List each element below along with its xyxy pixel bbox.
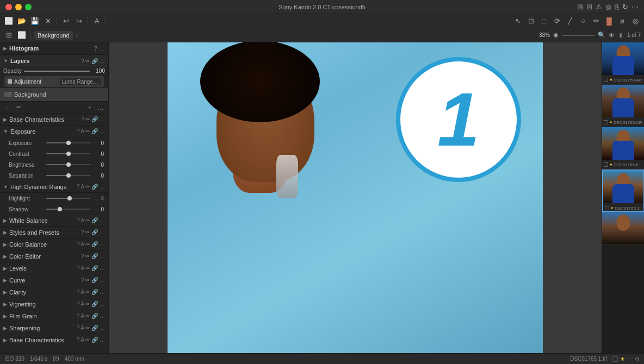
layers-bottom-bar: − ✏ + … xyxy=(0,101,108,113)
rotate-tool[interactable]: ⟳ xyxy=(552,16,562,27)
refresh-icon[interactable]: ↻ xyxy=(622,3,628,11)
saturation-slider[interactable] xyxy=(46,175,91,176)
filmstrip-name-1: DSC01765.AR xyxy=(614,120,643,125)
adjustment-item[interactable]: Adjustment Luma Range… xyxy=(4,76,104,87)
white-balance-row[interactable]: ▶ White Balance ? A ✏ 🔗 … xyxy=(0,215,108,227)
filmstrip-checkbox-2[interactable] xyxy=(604,162,608,167)
layer-more-icon[interactable]: … xyxy=(96,103,105,112)
brightness-slider[interactable] xyxy=(46,164,91,165)
status-star[interactable]: ★ xyxy=(620,356,625,362)
warning-icon[interactable]: ⚠ xyxy=(596,3,602,11)
filmstrip-checkbox-3[interactable] xyxy=(605,206,609,210)
lvl-chevron: ▶ xyxy=(3,266,7,271)
canvas-image[interactable]: 1 xyxy=(168,42,543,353)
curve-row[interactable]: ▶ Curve ? ✏ 🔗 … xyxy=(0,274,108,286)
view-grid-icon[interactable]: ⊞ xyxy=(3,30,14,41)
film-grain-row[interactable]: ▶ Film Grain ? A ✏ 🔗 … xyxy=(0,310,108,322)
shape-tool[interactable]: ○ xyxy=(578,16,589,27)
table-icon[interactable]: ⊟ xyxy=(586,3,592,11)
view-single-icon[interactable]: ⬜ xyxy=(16,30,27,41)
filmstrip-item-2[interactable]: ★ DSC01765.ti xyxy=(602,127,644,170)
base-characteristics-row[interactable]: ▶ Base Characteristics ? ✏ 🔗 … xyxy=(0,114,108,125)
layer-minus-icon[interactable]: − xyxy=(3,103,12,112)
filmstrip-item-3[interactable]: ★ DSC01765 1. xyxy=(602,170,644,212)
color-editor-row[interactable]: ▶ Color Editor ? ✏ 🔗 … xyxy=(0,250,108,262)
filmstrip-item-1[interactable]: ★ DSC01765.AR xyxy=(602,85,644,127)
exposure-thumb xyxy=(66,141,71,145)
shadow-thumb xyxy=(58,207,62,211)
view-icon[interactable]: 👁 xyxy=(609,32,615,39)
layers-header[interactable]: ▼ Layers ? ✏ 🔗 … xyxy=(0,55,108,67)
fg-title: Film Grain xyxy=(9,313,75,319)
crop-tool[interactable]: ⊡ xyxy=(525,16,536,27)
background-tab[interactable]: Background xyxy=(34,31,73,40)
exposure-header[interactable]: ▼ Exposure ? A ✏ 🔗 … xyxy=(0,125,108,137)
grid-icon[interactable]: ⊞ xyxy=(577,3,583,11)
filmstrip-item-0[interactable]: ★ DSC01758.AR xyxy=(602,42,644,85)
exposure-slider[interactable] xyxy=(46,142,91,143)
filmstrip-name-0: DSC01758.AR xyxy=(614,78,643,83)
zoom-fit-icon[interactable]: ◉ xyxy=(553,32,559,39)
layer-background[interactable]: Background xyxy=(0,88,108,101)
shadow-slider[interactable] xyxy=(46,209,91,210)
status-checkbox[interactable] xyxy=(612,356,618,362)
filmstrip-item-4[interactable] xyxy=(602,212,644,244)
clarity-row[interactable]: ▶ Clarity ? A ✏ 🔗 … xyxy=(0,286,108,298)
minimize-button[interactable] xyxy=(15,4,22,10)
vignetting-row[interactable]: ▶ Vignetting ? A ✏ 🔗 … xyxy=(0,298,108,310)
filmstrip-checkbox-0[interactable] xyxy=(604,78,608,82)
new-icon[interactable]: ⬜ xyxy=(3,16,14,27)
open-icon[interactable]: 📂 xyxy=(16,16,27,27)
close-button[interactable] xyxy=(5,4,12,10)
layer-add-icon[interactable]: + xyxy=(85,103,94,112)
select-tool[interactable]: ↖ xyxy=(512,16,523,27)
add-tab-icon[interactable]: + xyxy=(75,31,79,39)
paint-tool[interactable]: ✏ xyxy=(591,16,602,27)
undo-icon[interactable]: ↩ xyxy=(60,16,71,27)
shoulder-highlight xyxy=(168,197,304,306)
more-icon[interactable]: ⋯ xyxy=(631,3,639,11)
filmstrip-stars-3: ★ xyxy=(610,206,614,210)
opacity-slider[interactable] xyxy=(24,71,90,72)
bc2-title: Base Characteristics xyxy=(9,337,75,343)
text-icon[interactable]: A xyxy=(91,16,102,27)
status-shutter: 1/640 s xyxy=(30,356,48,362)
status-dots[interactable]: ⋯ xyxy=(627,356,633,362)
layer-edit-icon[interactable]: ✏ xyxy=(14,103,23,112)
lasso-tool[interactable]: ◌ xyxy=(538,16,549,27)
sharpening-row[interactable]: ▶ Sharpening ? A ✏ 🔗 … xyxy=(0,322,108,334)
status-aperture: f/9 xyxy=(53,356,59,362)
filmstrip-thumb-0 xyxy=(602,42,644,75)
adjustment-type: Luma Range… xyxy=(60,78,101,85)
ruler-tool[interactable]: ╱ xyxy=(565,16,575,27)
base-char2-row[interactable]: ▶ Base Characteristics ? A ✏ 🔗 … xyxy=(0,334,108,346)
export-icon[interactable]: ⎘ xyxy=(615,3,619,11)
hdr-header[interactable]: ▼ High Dynamic Range ? A ✏ 🔗 … xyxy=(0,181,108,193)
fullscreen-button[interactable] xyxy=(25,4,32,10)
watermark-overlay: 1 xyxy=(396,57,521,182)
repair-tool[interactable]: ⌀ xyxy=(617,16,628,27)
filmstrip-thumb-3 xyxy=(603,171,643,203)
layers-header-icons: ? ✏ 🔗 … xyxy=(81,58,105,64)
levels-row[interactable]: ▶ Levels ? A ✏ 🔗 … xyxy=(0,262,108,274)
gradient-tool[interactable]: ▓ xyxy=(604,16,615,27)
pause-icon[interactable]: ⏸ xyxy=(618,32,624,39)
highlight-slider[interactable] xyxy=(46,198,91,199)
contrast-slider[interactable] xyxy=(46,153,91,154)
status-settings[interactable]: ⚙ xyxy=(635,356,640,362)
vig-chevron: ▶ xyxy=(3,302,7,307)
redo-icon[interactable]: ↪ xyxy=(73,16,84,27)
zoom-slider[interactable] xyxy=(562,35,595,36)
thumb-head-4 xyxy=(617,215,630,231)
filmstrip-checkbox-1[interactable] xyxy=(604,120,608,124)
styles-presets-row[interactable]: ▶ Styles and Presets ? ✏ 🔗 … xyxy=(0,227,108,239)
brightness-track xyxy=(46,164,69,165)
zoom-in-icon[interactable]: 🔍 xyxy=(598,32,605,39)
color-balance-row[interactable]: ▶ Color Balance ? A ✏ 🔗 … xyxy=(0,239,108,250)
save-icon[interactable]: 💾 xyxy=(29,16,40,27)
filmstrip-stars-2: ★ xyxy=(609,162,612,167)
close-doc-icon[interactable]: ✕ xyxy=(42,16,53,27)
glasses-icon[interactable]: ◎ xyxy=(605,3,611,11)
clone-tool[interactable]: ◎ xyxy=(630,16,641,27)
histogram-header[interactable]: ▶ Histogram ? … xyxy=(0,42,108,54)
